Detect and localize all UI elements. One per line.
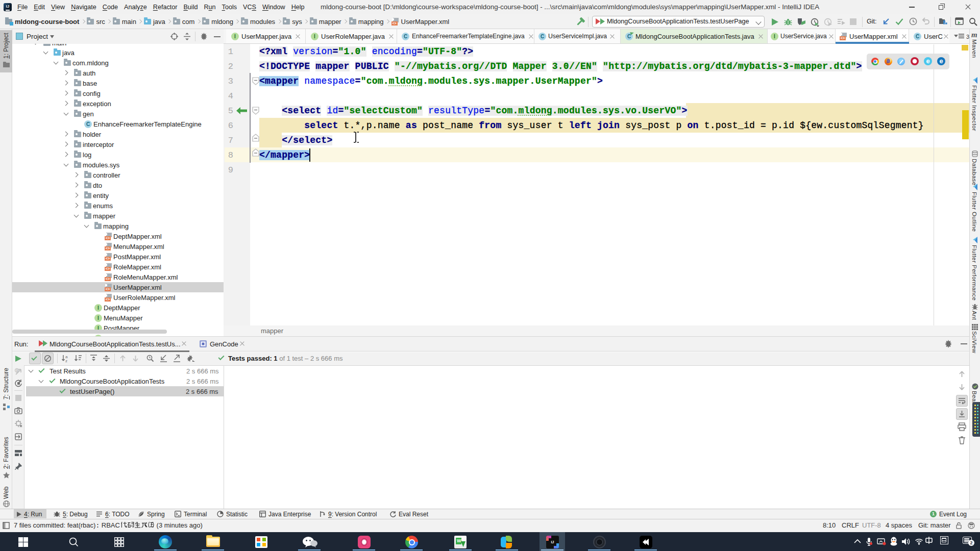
svg-text:9: 9 <box>16 368 18 373</box>
svg-text:z: z <box>65 359 67 363</box>
